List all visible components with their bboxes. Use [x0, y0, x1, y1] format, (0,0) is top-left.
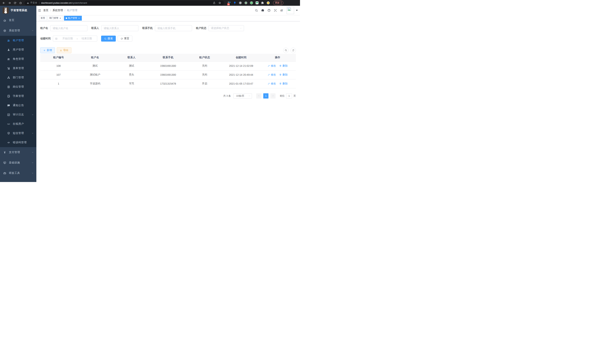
- edit-link[interactable]: 修改: [268, 73, 276, 76]
- address-bar[interactable]: 不安全 dashboard.yudao.iocoder.cn/system/te…: [25, 0, 224, 5]
- sidebar-item-user[interactable]: 用户管理: [0, 45, 36, 54]
- share-button[interactable]: [212, 1, 216, 5]
- sidebar-item-online-user[interactable]: 在线用户: [0, 119, 36, 129]
- cell-created: 2021-01-05 17:03:47: [223, 79, 259, 88]
- edit-link[interactable]: 修改: [268, 64, 276, 67]
- extension-profile-avatar[interactable]: [266, 1, 270, 5]
- create-time-range-picker[interactable]: 开始日期 - 结束日期: [53, 36, 97, 42]
- sidebar-item-tenant[interactable]: 租户管理: [0, 36, 36, 45]
- search-icon: [285, 49, 287, 52]
- search-button[interactable]: 搜索: [101, 36, 116, 42]
- browser-home-button[interactable]: [18, 0, 23, 5]
- online-user-icon: [7, 122, 10, 126]
- breadcrumb-system[interactable]: 系统管理: [53, 9, 63, 12]
- broken-image-icon: [287, 7, 291, 11]
- extension-command[interactable]: ⌘: [238, 1, 242, 5]
- reset-button[interactable]: 重置: [118, 36, 132, 42]
- dict-icon: [7, 95, 10, 98]
- sidebar-item-notice[interactable]: 通知公告: [0, 101, 36, 110]
- delete-link[interactable]: 删除: [279, 64, 288, 67]
- page-number-button[interactable]: 1: [263, 93, 268, 99]
- extension-record[interactable]: [244, 1, 248, 5]
- sidebar-item-dev-tools[interactable]: 研发工具: [0, 168, 36, 178]
- sidebar-item-post[interactable]: 岗位管理: [0, 82, 36, 92]
- date-range-separator: -: [76, 37, 78, 40]
- sidebar-item-label: 岗位管理: [13, 85, 24, 88]
- sidebar-item-error-code[interactable]: 错误码管理: [0, 138, 36, 147]
- security-chip[interactable]: 不安全: [27, 1, 37, 4]
- sidebar-item-role[interactable]: 角色管理: [0, 54, 36, 64]
- contact-name-input[interactable]: [101, 25, 138, 31]
- status-select-placeholder: 请选择租户状态: [211, 27, 229, 30]
- delete-link[interactable]: 删除: [279, 73, 288, 76]
- extension-yudao[interactable]: Y: [250, 1, 253, 5]
- browser-forward-button[interactable]: [7, 0, 12, 5]
- goto-label: 前往: [280, 94, 285, 98]
- browser-menu-icon[interactable]: [281, 2, 281, 4]
- tag-tenant[interactable]: 租户管理: [64, 16, 82, 21]
- sidebar-item-audit-log[interactable]: 审计日志: [0, 110, 36, 119]
- sidebar-item-dept[interactable]: 部门管理: [0, 73, 36, 82]
- tag-dept[interactable]: 部门管理: [48, 16, 63, 21]
- page-content: 租户名 联系人 联系手机 租户状态 请选择租户状态: [36, 21, 300, 99]
- dashboard-icon: [3, 19, 6, 22]
- delete-link[interactable]: 删除: [279, 82, 288, 85]
- browser-reload-button[interactable]: [13, 0, 18, 5]
- header-search-button[interactable]: [253, 7, 260, 14]
- sidebar-item-pay[interactable]: 支付管理: [0, 147, 36, 158]
- breadcrumb-home[interactable]: 首页: [43, 9, 48, 12]
- page-size-value: 10条/页: [236, 94, 244, 98]
- export-button[interactable]: 导出: [57, 47, 71, 53]
- help-button[interactable]: [266, 7, 272, 14]
- cell-id: 107: [40, 70, 77, 79]
- edit-pencil-icon: [268, 65, 270, 67]
- font-size-button[interactable]: tT: [279, 7, 285, 14]
- tag-home[interactable]: 首页: [39, 16, 47, 21]
- close-icon[interactable]: [59, 17, 61, 19]
- page-size-select[interactable]: 10条/页: [233, 93, 252, 99]
- extension-puzzle[interactable]: [261, 1, 264, 5]
- contact-mobile-input[interactable]: [155, 25, 192, 31]
- status-select[interactable]: 请选择租户状态: [208, 25, 244, 31]
- sidebar-item-infra[interactable]: 基础设施: [0, 158, 36, 168]
- browser-update-button[interactable]: 更新: [273, 1, 283, 5]
- user-icon: [7, 48, 10, 51]
- close-icon[interactable]: [78, 17, 80, 19]
- next-page-button[interactable]: [270, 93, 275, 99]
- tenant-name-label: 租户名: [40, 27, 48, 30]
- sidebar-toggle-button[interactable]: [36, 6, 43, 15]
- filter-contact-name: 联系人: [91, 25, 138, 31]
- bookmark-button[interactable]: [218, 1, 222, 5]
- sidebar-item-home[interactable]: 首页: [0, 15, 36, 25]
- breadcrumb: 首页 / 系统管理 / 租户管理: [43, 9, 77, 12]
- search-icon: [104, 37, 106, 40]
- download-icon: [60, 49, 62, 52]
- avatar[interactable]: [287, 7, 294, 14]
- extension-kite[interactable]: [233, 1, 237, 5]
- sidebar-item-menu[interactable]: 菜单管理: [0, 64, 36, 73]
- sidebar-item-system[interactable]: 系统管理: [0, 25, 36, 36]
- add-button[interactable]: 新增: [40, 47, 55, 53]
- avatar-dropdown-caret[interactable]: [296, 10, 298, 11]
- cell-contact: 秃头: [113, 70, 150, 79]
- extension-tag-manager[interactable]: 10: [227, 1, 231, 5]
- sidebar-item-sms[interactable]: 短信管理: [0, 129, 36, 138]
- show-search-button[interactable]: [283, 48, 289, 53]
- prev-page-button[interactable]: [256, 93, 262, 99]
- extension-chat[interactable]: [255, 1, 259, 5]
- chevron-down-icon: [32, 132, 34, 134]
- edit-link[interactable]: 修改: [268, 82, 276, 85]
- total-count: 共 3 条: [223, 94, 231, 98]
- browser-back-button[interactable]: [1, 0, 6, 5]
- tenant-name-input[interactable]: [50, 25, 87, 31]
- end-date-placeholder: 结束日期: [78, 37, 95, 40]
- goto-page-input[interactable]: [286, 93, 292, 99]
- app-logo-row[interactable]: 芋道管理系统: [0, 6, 36, 15]
- chevron-down-icon: [32, 172, 34, 174]
- github-link[interactable]: [260, 7, 266, 14]
- filter-contact-mobile: 联系手机: [142, 25, 192, 31]
- sidebar-item-dict[interactable]: 字典管理: [0, 92, 36, 101]
- refresh-table-button[interactable]: [291, 48, 296, 53]
- y-logo-icon: Y: [250, 1, 253, 5]
- fullscreen-button[interactable]: [272, 7, 279, 14]
